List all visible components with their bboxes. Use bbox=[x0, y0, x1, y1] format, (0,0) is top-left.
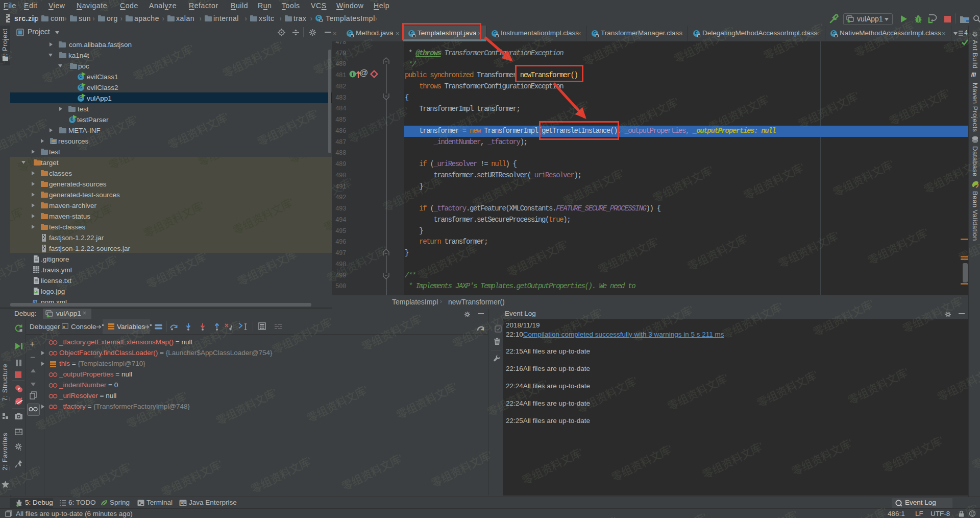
svg-text:EE: EE bbox=[180, 501, 186, 506]
svg-text:I: I bbox=[352, 72, 354, 77]
